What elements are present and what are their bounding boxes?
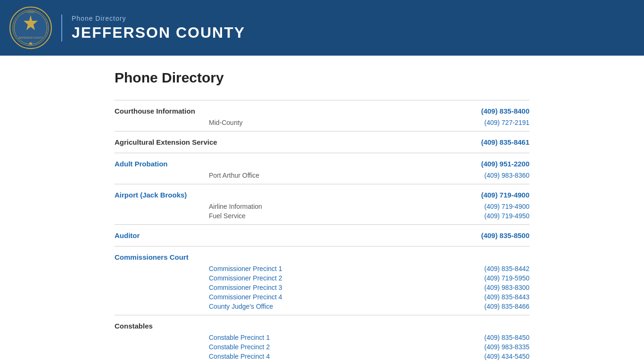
sub-phone-commissioners-court-2[interactable]: (409) 983-8300 xyxy=(435,283,529,292)
section-label-constables: Constables xyxy=(115,315,435,333)
spacer-2 xyxy=(115,180,529,184)
county-seal: JEFFERSON COUNTY TEXAS xyxy=(9,7,52,49)
section-header-agricultural: Agricultural Extension Service(409) 835-… xyxy=(115,132,529,149)
sub-row-airport-1: Fuel Service(409) 719-4950 xyxy=(115,211,529,221)
sub-row-commissioners-court-4: County Judge's Office(409) 835-8466 xyxy=(115,302,529,311)
header-title: JEFFERSON COUNTY xyxy=(72,24,245,41)
sub-link-constables-0[interactable]: Constable Precinct 1 xyxy=(209,334,270,341)
directory-table: Courthouse Information(409) 835-8400Mid-… xyxy=(115,100,529,362)
sub-phone-link-commissioners-court-4[interactable]: (409) 835-8466 xyxy=(484,303,529,310)
sub-phone-adult-probation-0[interactable]: (409) 983-8360 xyxy=(435,171,529,180)
section-phone-commissioners-court xyxy=(435,247,529,264)
sub-row-constables-1: Constable Precinct 2(409) 983-8335 xyxy=(115,342,529,352)
section-label-airport[interactable]: Airport (Jack Brooks) xyxy=(115,184,435,202)
section-header-adult-probation: Adult Probation(409) 951-2200 xyxy=(115,153,529,171)
sub-phone-link-adult-probation-0[interactable]: (409) 983-8360 xyxy=(484,172,529,179)
sub-phone-courthouse-0[interactable]: (409) 727-2191 xyxy=(435,118,529,127)
section-phone-link-agricultural[interactable]: (409) 835-8461 xyxy=(481,138,529,146)
sub-phone-commissioners-court-1[interactable]: (409) 719-5950 xyxy=(435,273,529,283)
section-label-agricultural: Agricultural Extension Service xyxy=(115,132,435,149)
section-header-airport: Airport (Jack Brooks)(409) 719-4900 xyxy=(115,184,529,202)
spacer-1 xyxy=(115,149,529,153)
page-title: Phone Directory xyxy=(115,70,529,86)
sub-label-airport-0: Airline Information xyxy=(115,202,435,211)
sub-phone-commissioners-court-3[interactable]: (409) 835-8443 xyxy=(435,292,529,302)
sub-label-commissioners-court-2[interactable]: Commissioner Precinct 3 xyxy=(115,283,435,292)
sub-phone-link-courthouse-0[interactable]: (409) 727-2191 xyxy=(484,119,529,126)
section-label-commissioners-court[interactable]: Commissioners Court xyxy=(115,247,435,264)
sub-phone-link-constables-2[interactable]: (409) 434-5450 xyxy=(484,353,529,360)
sub-row-commissioners-court-1: Commissioner Precinct 2(409) 719-5950 xyxy=(115,273,529,283)
section-phone-link-adult-probation[interactable]: (409) 951-2200 xyxy=(481,160,529,168)
section-header-auditor: Auditor(409) 835-8500 xyxy=(115,225,529,243)
spacer-3 xyxy=(115,221,529,225)
sub-row-commissioners-court-3: Commissioner Precinct 4(409) 835-8443 xyxy=(115,292,529,302)
sub-label-constables-0[interactable]: Constable Precinct 1 xyxy=(115,333,435,342)
main-content: Phone Directory Courthouse Information(4… xyxy=(96,56,548,362)
section-phone-link-auditor[interactable]: (409) 835-8500 xyxy=(481,231,529,239)
header-subtitle: Phone Directory xyxy=(72,15,245,22)
sub-phone-link-commissioners-court-0[interactable]: (409) 835-8442 xyxy=(484,265,529,272)
section-link-airport[interactable]: Airport (Jack Brooks) xyxy=(115,191,187,199)
sub-phone-constables-0[interactable]: (409) 835-8450 xyxy=(435,333,529,342)
spacer-4 xyxy=(115,242,529,247)
sub-row-courthouse-0: Mid-County(409) 727-2191 xyxy=(115,118,529,127)
sub-label-constables-2[interactable]: Constable Precinct 4 xyxy=(115,352,435,361)
sub-phone-link-constables-1[interactable]: (409) 983-8335 xyxy=(484,343,529,351)
sub-phone-link-commissioners-court-1[interactable]: (409) 719-5950 xyxy=(484,274,529,282)
sub-row-commissioners-court-0: Commissioner Precinct 1(409) 835-8442 xyxy=(115,264,529,273)
sub-label-commissioners-court-3[interactable]: Commissioner Precinct 4 xyxy=(115,292,435,302)
section-label-adult-probation[interactable]: Adult Probation xyxy=(115,153,435,171)
sub-phone-link-airport-0[interactable]: (409) 719-4900 xyxy=(484,203,529,210)
section-label-courthouse: Courthouse Information xyxy=(115,100,435,118)
sub-phone-link-airport-1[interactable]: (409) 719-4950 xyxy=(484,212,529,220)
sub-row-adult-probation-0: Port Arthur Office(409) 983-8360 xyxy=(115,171,529,180)
sub-phone-constables-2[interactable]: (409) 434-5450 xyxy=(435,352,529,361)
section-link-auditor[interactable]: Auditor xyxy=(115,231,140,239)
section-link-commissioners-court[interactable]: Commissioners Court xyxy=(115,253,189,261)
sub-row-commissioners-court-2: Commissioner Precinct 3(409) 983-8300 xyxy=(115,283,529,292)
sub-phone-commissioners-court-4[interactable]: (409) 835-8466 xyxy=(435,302,529,311)
sub-link-commissioners-court-3[interactable]: Commissioner Precinct 4 xyxy=(209,293,282,301)
sub-phone-constables-1[interactable]: (409) 983-8335 xyxy=(435,342,529,352)
sub-label-commissioners-court-4[interactable]: County Judge's Office xyxy=(115,302,435,311)
sub-row-constables-0: Constable Precinct 1(409) 835-8450 xyxy=(115,333,529,342)
page-header: JEFFERSON COUNTY TEXAS Phone Directory J… xyxy=(0,0,644,56)
svg-text:JEFFERSON COUNTY: JEFFERSON COUNTY xyxy=(18,36,43,39)
section-phone-courthouse[interactable]: (409) 835-8400 xyxy=(435,100,529,118)
sub-phone-link-commissioners-court-3[interactable]: (409) 835-8443 xyxy=(484,293,529,301)
svg-text:TEXAS: TEXAS xyxy=(27,11,34,14)
sub-phone-airport-0[interactable]: (409) 719-4900 xyxy=(435,202,529,211)
sub-row-airport-0: Airline Information(409) 719-4900 xyxy=(115,202,529,211)
section-phone-link-airport[interactable]: (409) 719-4900 xyxy=(481,191,529,199)
sub-phone-link-commissioners-court-2[interactable]: (409) 983-8300 xyxy=(484,284,529,291)
sub-row-constables-2: Constable Precinct 4(409) 434-5450 xyxy=(115,352,529,361)
section-phone-auditor[interactable]: (409) 835-8500 xyxy=(435,225,529,243)
sub-link-commissioners-court-0[interactable]: Commissioner Precinct 1 xyxy=(209,265,282,272)
section-phone-link-courthouse[interactable]: (409) 835-8400 xyxy=(481,107,529,115)
section-link-adult-probation[interactable]: Adult Probation xyxy=(115,160,168,168)
section-phone-agricultural[interactable]: (409) 835-8461 xyxy=(435,132,529,149)
sub-link-commissioners-court-1[interactable]: Commissioner Precinct 2 xyxy=(209,274,282,282)
sub-link-constables-2[interactable]: Constable Precinct 4 xyxy=(209,353,270,360)
section-header-constables: Constables xyxy=(115,315,529,333)
sub-label-commissioners-court-0[interactable]: Commissioner Precinct 1 xyxy=(115,264,435,273)
sub-label-adult-probation-0: Port Arthur Office xyxy=(115,171,435,180)
spacer-5 xyxy=(115,311,529,315)
sub-phone-link-constables-0[interactable]: (409) 835-8450 xyxy=(484,334,529,341)
section-phone-airport[interactable]: (409) 719-4900 xyxy=(435,184,529,202)
section-header-courthouse: Courthouse Information(409) 835-8400 xyxy=(115,100,529,118)
section-label-auditor[interactable]: Auditor xyxy=(115,225,435,243)
sub-link-constables-1[interactable]: Constable Precinct 2 xyxy=(209,343,270,351)
sub-phone-airport-1[interactable]: (409) 719-4950 xyxy=(435,211,529,221)
spacer-0 xyxy=(115,127,529,132)
sub-label-commissioners-court-1[interactable]: Commissioner Precinct 2 xyxy=(115,273,435,283)
sub-label-constables-1[interactable]: Constable Precinct 2 xyxy=(115,342,435,352)
header-text-block: Phone Directory JEFFERSON COUNTY xyxy=(61,15,245,41)
section-header-commissioners-court: Commissioners Court xyxy=(115,247,529,264)
section-phone-adult-probation[interactable]: (409) 951-2200 xyxy=(435,153,529,171)
sub-phone-commissioners-court-0[interactable]: (409) 835-8442 xyxy=(435,264,529,273)
section-phone-constables xyxy=(435,315,529,333)
sub-link-commissioners-court-4[interactable]: County Judge's Office xyxy=(209,303,273,310)
sub-link-commissioners-court-2[interactable]: Commissioner Precinct 3 xyxy=(209,284,282,291)
